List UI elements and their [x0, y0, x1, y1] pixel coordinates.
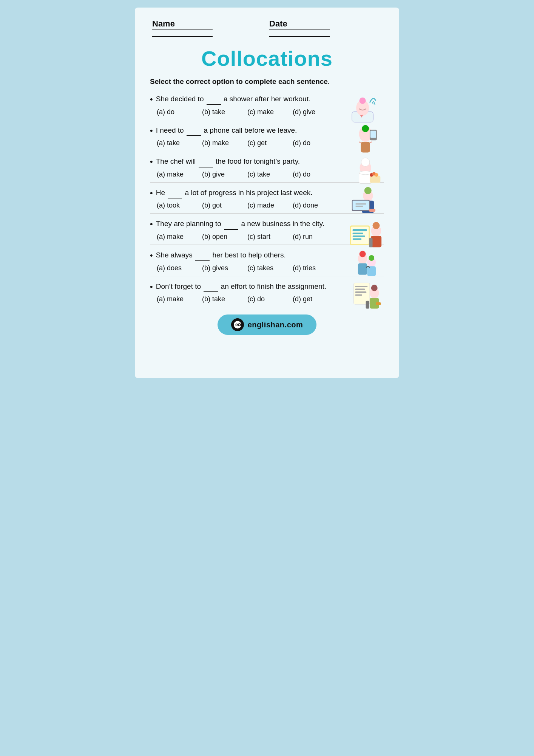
blank-3 — [199, 156, 213, 167]
instruction-text: Select the correct option to complete ea… — [150, 77, 384, 86]
option-2-d[interactable]: (d) do — [293, 139, 327, 147]
option-5-d[interactable]: (d) run — [293, 233, 327, 241]
blank-7 — [204, 282, 218, 293]
page-title: Collocations — [150, 46, 384, 71]
date-field: Date — [267, 19, 384, 39]
blank-5 — [224, 219, 238, 230]
option-7-c[interactable]: (c) do — [247, 295, 281, 303]
bullet-point: • — [150, 219, 153, 230]
option-5-a[interactable]: (a) make — [157, 233, 191, 241]
illustration-phone — [348, 123, 384, 155]
question-block-3: •The chef will the food for tonight’s pa… — [150, 156, 384, 183]
option-5-c[interactable]: (c) start — [247, 233, 281, 241]
option-3-c[interactable]: (c) take — [247, 170, 281, 178]
question-block-2: •I need to a phone call before we leave.… — [150, 125, 384, 152]
option-2-a[interactable]: (a) take — [157, 139, 191, 147]
name-underline — [152, 36, 213, 37]
option-7-d[interactable]: (d) get — [293, 295, 327, 303]
bullet-point: • — [150, 125, 153, 136]
blank-1 — [207, 94, 221, 105]
bullet-point: • — [150, 94, 153, 105]
option-6-b[interactable]: (b) gives — [202, 264, 236, 272]
header-row: Name Date — [150, 19, 384, 39]
bullet-point: • — [150, 282, 153, 293]
option-4-d[interactable]: (d) done — [293, 201, 327, 209]
option-5-b[interactable]: (b) open — [202, 233, 236, 241]
illustration-assignment — [348, 279, 384, 311]
bullet-point: • — [150, 188, 153, 199]
illustration-work — [348, 186, 384, 218]
svg-text:e: e — [235, 322, 238, 327]
illustration-help — [348, 248, 384, 280]
illustration-shower — [348, 92, 384, 124]
option-7-a[interactable]: (a) make — [157, 295, 191, 303]
bullet-point: • — [150, 156, 153, 167]
option-6-d[interactable]: (d) tries — [293, 264, 327, 272]
footer: e englishan.com — [150, 314, 384, 335]
question-block-1: •She decided to a shower after her worko… — [150, 94, 384, 120]
blank-4 — [168, 188, 182, 199]
date-underline — [269, 36, 330, 37]
englishan-logo-icon: e — [233, 321, 242, 329]
option-3-a[interactable]: (a) make — [157, 170, 191, 178]
illustration-chef — [348, 154, 384, 186]
worksheet: Name Date Collocations Select the correc… — [135, 8, 399, 378]
option-3-b[interactable]: (b) give — [202, 170, 236, 178]
question-block-4: •He a lot of progress in his project las… — [150, 188, 384, 214]
name-label: Name — [152, 19, 213, 29]
option-6-c[interactable]: (c) takes — [247, 264, 281, 272]
option-2-b[interactable]: (b) make — [202, 139, 236, 147]
option-1-b[interactable]: (b) take — [202, 108, 236, 116]
option-3-d[interactable]: (d) do — [293, 170, 327, 178]
questions-container: •She decided to a shower after her worko… — [150, 94, 384, 303]
option-6-a[interactable]: (a) does — [157, 264, 191, 272]
option-4-c[interactable]: (c) made — [247, 201, 281, 209]
blank-2 — [187, 125, 201, 136]
illustration-business — [348, 217, 384, 249]
option-7-b[interactable]: (b) take — [202, 295, 236, 303]
option-4-a[interactable]: (a) took — [157, 201, 191, 209]
question-block-5: •They are planning to a new business in … — [150, 219, 384, 245]
footer-logo: e — [231, 318, 244, 331]
question-block-7: •Don’t forget to an effort to finish the… — [150, 282, 384, 304]
option-1-a[interactable]: (a) do — [157, 108, 191, 116]
option-2-c[interactable]: (c) get — [247, 139, 281, 147]
bullet-point: • — [150, 250, 153, 261]
option-1-c[interactable]: (c) make — [247, 108, 281, 116]
option-1-d[interactable]: (d) give — [293, 108, 327, 116]
blank-6 — [195, 250, 210, 261]
footer-website: englishan.com — [248, 321, 303, 329]
name-field: Name — [150, 19, 267, 39]
date-label: Date — [269, 19, 330, 29]
option-4-b[interactable]: (b) got — [202, 201, 236, 209]
question-block-6: •She always her best to help others.(a) … — [150, 250, 384, 276]
footer-badge: e englishan.com — [218, 314, 317, 335]
